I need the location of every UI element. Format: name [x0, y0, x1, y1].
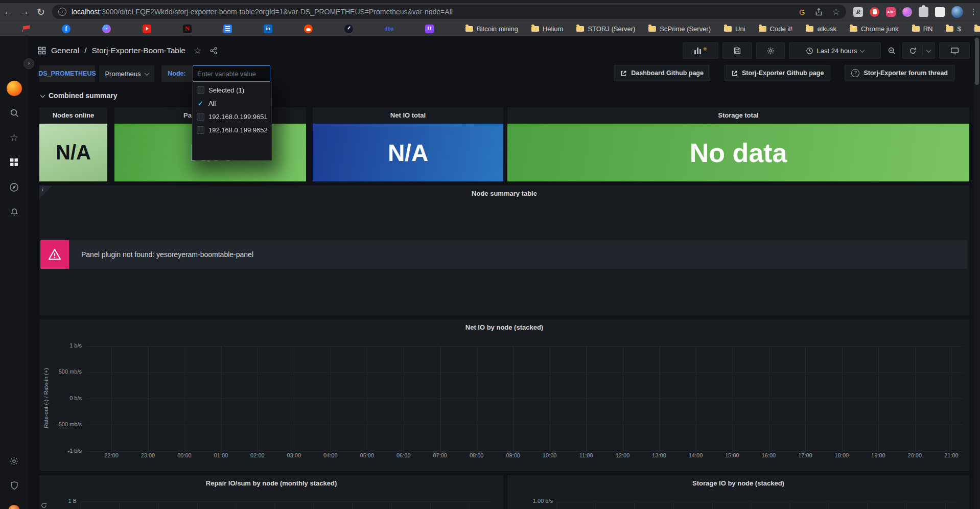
stat-value: No data — [507, 124, 969, 181]
bookmark-folder[interactable]: $ — [946, 25, 961, 33]
bookmark-star-icon[interactable]: ☆ — [832, 7, 840, 17]
chart-plot-area[interactable] — [87, 346, 963, 452]
alerting-bell-icon[interactable] — [0, 207, 28, 217]
storj-exporter-github-link[interactable]: Storj-Exporter Github page — [725, 65, 830, 81]
sidepanel-icon[interactable] — [935, 7, 945, 17]
bookmark-folder[interactable]: Chrome junk — [850, 25, 899, 33]
bookmark-favicon-red-flag[interactable] — [21, 25, 30, 33]
browser-menu-icon[interactable]: ⋮ — [970, 7, 976, 16]
bookmark-favicon-reddit[interactable] — [304, 25, 313, 33]
variable-ds-prometheus-value[interactable]: Prometheus — [99, 65, 154, 82]
panel-title[interactable]: Repair IO/sum by node (monthly stacked) — [39, 475, 503, 491]
storj-exporter-forum-link[interactable]: ? Storj-Exporter forum thread — [845, 65, 954, 81]
bookmark-folder[interactable]: Business — [974, 25, 980, 33]
variable-node-label[interactable]: Node: — [161, 65, 192, 82]
folder-icon — [531, 26, 539, 32]
back-button[interactable]: ← — [0, 6, 16, 17]
bookmark-favicon-twitch[interactable] — [425, 25, 434, 33]
extensions-puzzle-icon[interactable] — [919, 7, 928, 17]
dropdown-item-node-9652[interactable]: 192.168.0.199:9652 — [193, 123, 271, 136]
refresh-button[interactable] — [902, 42, 935, 59]
bookmark-folder[interactable]: RN — [912, 25, 933, 33]
dropdown-item-selected[interactable]: Selected (1) — [193, 83, 271, 97]
checkbox-unchecked-icon[interactable] — [197, 113, 204, 121]
bookmark-favicon-messenger[interactable] — [102, 25, 111, 33]
user-avatar[interactable] — [0, 505, 28, 509]
favorite-star-icon[interactable]: ☆ — [194, 45, 201, 56]
zoom-out-button[interactable] — [885, 47, 898, 55]
bookmarks-bar: f N in dba Bitcoin mining Helium STORJ (… — [0, 20, 980, 36]
zoom-out-icon — [888, 47, 896, 55]
gradient-orb-extension-icon[interactable] — [902, 7, 912, 17]
panel-info-corner[interactable] — [39, 186, 53, 199]
monitor-icon — [950, 47, 959, 55]
google-lens-icon[interactable]: G — [799, 8, 805, 16]
dropdown-item-all[interactable]: ✓ All — [193, 97, 271, 110]
bookmark-favicon-netflix[interactable]: N — [183, 25, 192, 33]
bookmark-favicon-linkedin[interactable]: in — [264, 25, 272, 33]
bookmark-folder[interactable]: ølkusk — [806, 25, 836, 33]
dashboards-icon[interactable] — [0, 158, 28, 167]
x-axis-labels: 22:0023:0000:00 01:0002:0003:00 04:0005:… — [99, 452, 964, 458]
dropdown-item-node-9651[interactable]: 192.168.0.199:9651 — [193, 110, 271, 123]
sidebar-expand-chevron[interactable]: › — [24, 58, 34, 69]
row-combined-summary[interactable]: Combined summary — [41, 90, 118, 101]
breadcrumb-section[interactable]: General — [51, 46, 79, 55]
bookmark-folder[interactable]: Helium — [531, 25, 563, 33]
bookmark-favicon-dba[interactable]: dba — [385, 25, 393, 33]
add-panel-button[interactable]: + — [683, 42, 718, 59]
dashboard-github-link[interactable]: Dashboard Github page — [614, 65, 710, 81]
forward-button[interactable]: → — [16, 6, 33, 17]
tv-kiosk-button[interactable] — [939, 42, 970, 59]
save-dashboard-button[interactable] — [722, 42, 752, 59]
share-icon[interactable] — [814, 8, 823, 16]
bookmark-favicon-youtube[interactable] — [143, 25, 151, 33]
scrollbar-thumb[interactable] — [975, 38, 979, 85]
url-host: localhost — [72, 8, 100, 16]
external-link-icon — [731, 70, 738, 77]
bookmark-favicon-speedtest[interactable] — [344, 25, 353, 33]
share-dashboard-icon[interactable] — [209, 47, 218, 55]
variable-ds-prometheus-label[interactable]: DS_PROMETHEUS — [39, 65, 95, 82]
bookmark-favicon-facebook[interactable]: f — [62, 25, 71, 33]
adblock-hand-icon[interactable] — [870, 7, 879, 17]
address-bar[interactable]: i localhost:3000/d/teLFQE2Wkdd/storj-exp… — [52, 5, 846, 19]
bookmark-folder[interactable]: Code it! — [759, 25, 793, 33]
time-range-picker[interactable]: Last 24 hours — [789, 42, 881, 59]
panel-title[interactable]: Storage IO by node (stacked) — [507, 475, 969, 491]
panel-title[interactable]: Nodes online — [39, 107, 107, 123]
dashboard-title[interactable]: Storj-Exporter-Boom-Table — [91, 46, 185, 55]
folder-icon — [648, 26, 656, 32]
reload-button[interactable]: ↻ — [33, 6, 49, 18]
dashboard-settings-button[interactable] — [756, 42, 785, 59]
save-icon — [733, 47, 741, 55]
panel-title[interactable]: Storage total — [507, 107, 969, 123]
search-icon[interactable] — [0, 108, 28, 118]
explore-compass-icon[interactable] — [0, 182, 28, 192]
site-info-icon[interactable]: i — [58, 8, 66, 16]
bookmark-folder[interactable]: ScPrime (Server) — [648, 25, 711, 33]
node-variable-input[interactable] — [193, 65, 270, 82]
bookmark-favicon-docs[interactable] — [223, 25, 232, 33]
extension-r-icon[interactable]: R — [853, 7, 863, 17]
grafana-logo[interactable] — [0, 81, 28, 96]
server-admin-shield-icon[interactable] — [0, 481, 28, 490]
plus-icon: + — [703, 45, 707, 53]
grid-stubs — [557, 502, 958, 509]
starred-dashboards-icon[interactable]: ☆ — [0, 132, 28, 144]
checkbox-unchecked-icon[interactable] — [197, 86, 204, 94]
panel-title[interactable]: Net IO by node (stacked) — [39, 319, 969, 335]
configuration-gear-icon[interactable] — [0, 456, 28, 466]
url-text[interactable]: localhost:3000/d/teLFQE2Wkdd/storj-expor… — [72, 8, 790, 16]
panel-title[interactable]: Node summary table — [39, 186, 969, 201]
refresh-interval-dropdown[interactable] — [923, 49, 935, 53]
checkbox-checked-icon[interactable]: ✓ — [197, 100, 204, 107]
bookmark-folder[interactable]: Bitcoin mining — [465, 25, 518, 33]
checkbox-unchecked-icon[interactable] — [197, 126, 204, 134]
bookmark-folder[interactable]: Uni — [724, 25, 745, 33]
bookmark-folder[interactable]: STORJ (Server) — [576, 25, 635, 33]
panel-title[interactable]: Net IO total — [313, 107, 503, 123]
refresh-icon[interactable] — [903, 47, 922, 55]
browser-profile-avatar[interactable] — [951, 6, 963, 18]
abp-extension-icon[interactable]: ABP — [886, 7, 896, 17]
